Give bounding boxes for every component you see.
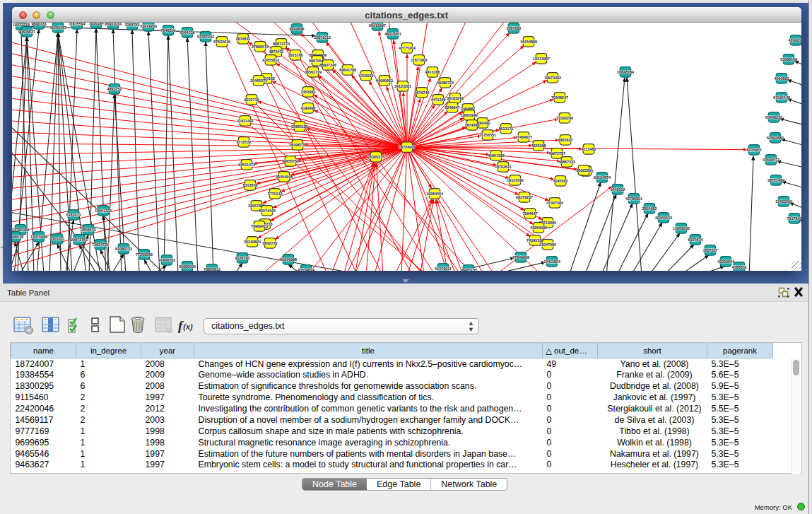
- svg-text:10651333: 10651333: [95, 208, 112, 212]
- svg-text:69379237: 69379237: [516, 194, 533, 199]
- svg-text:3164752: 3164752: [124, 23, 139, 27]
- svg-text:5045562: 5045562: [553, 178, 567, 182]
- svg-text:1640052: 1640052: [610, 187, 625, 191]
- svg-text:7826398: 7826398: [531, 143, 546, 147]
- svg-text:44064090: 44064090: [530, 225, 547, 229]
- svg-text:38346578: 38346578: [12, 234, 23, 238]
- svg-text:8215955: 8215955: [746, 147, 761, 151]
- svg-text:1607337: 1607337: [702, 247, 717, 252]
- svg-text:4190496: 4190496: [300, 105, 315, 110]
- svg-text:5310033: 5310033: [358, 73, 373, 77]
- svg-text:47407482: 47407482: [546, 200, 563, 204]
- svg-text:43699577: 43699577: [763, 157, 779, 161]
- svg-text:9413186: 9413186: [425, 69, 440, 74]
- svg-text:12411824: 12411824: [543, 259, 560, 263]
- svg-text:65648236: 65648236: [765, 115, 782, 119]
- svg-text:8849696: 8849696: [289, 26, 304, 30]
- svg-text:9301031: 9301031: [49, 236, 64, 240]
- svg-text:47468723: 47468723: [158, 257, 175, 262]
- svg-text:27889579: 27889579: [252, 44, 269, 48]
- svg-text:8313678: 8313678: [242, 182, 257, 187]
- svg-text:64990913: 64990913: [376, 78, 393, 82]
- svg-text:95931034: 95931034: [105, 23, 122, 26]
- svg-text:9232719: 9232719: [244, 97, 259, 101]
- svg-text:90916998: 90916998: [280, 257, 297, 261]
- svg-text:70348247: 70348247: [551, 95, 568, 99]
- svg-text:62994680: 62994680: [767, 135, 784, 139]
- svg-text:4586850: 4586850: [731, 264, 746, 269]
- svg-text:2805982: 2805982: [642, 206, 657, 210]
- svg-text:58867533: 58867533: [558, 159, 575, 163]
- svg-text:72624731: 72624731: [92, 242, 109, 246]
- svg-text:64641708: 64641708: [339, 67, 356, 71]
- svg-text:85574443: 85574443: [259, 208, 276, 212]
- svg-text:(x): (x): [183, 322, 193, 332]
- svg-text:15869232: 15869232: [673, 226, 690, 230]
- svg-text:5183473: 5183473: [66, 212, 81, 216]
- svg-text:26916697: 26916697: [369, 23, 386, 27]
- svg-text:0679740: 0679740: [414, 90, 429, 94]
- svg-text:43455812: 43455812: [262, 57, 279, 62]
- svg-text:43534624: 43534624: [298, 267, 314, 271]
- svg-text:05865185: 05865185: [291, 124, 308, 128]
- svg-text:9600133: 9600133: [31, 23, 46, 26]
- svg-text:2870831: 2870831: [235, 36, 250, 40]
- svg-text:35454948: 35454948: [276, 174, 293, 178]
- svg-text:90838637: 90838637: [18, 29, 35, 33]
- svg-text:42786801: 42786801: [625, 196, 642, 200]
- svg-text:8613171: 8613171: [498, 126, 513, 130]
- svg-text:19384554: 19384554: [426, 191, 443, 195]
- svg-text:93534874: 93534874: [594, 175, 611, 179]
- svg-text:27849808: 27849808: [512, 255, 529, 259]
- svg-text:16648784: 16648784: [617, 69, 634, 74]
- svg-text:38721489: 38721489: [767, 177, 784, 182]
- svg-text:11615594: 11615594: [69, 23, 86, 26]
- svg-text:4060883: 4060883: [774, 76, 789, 80]
- svg-text:67632016: 67632016: [213, 39, 230, 43]
- svg-text:71756551: 71756551: [479, 132, 496, 136]
- svg-text:51079911: 51079911: [435, 266, 452, 270]
- svg-text:7648350: 7648350: [160, 28, 175, 32]
- svg-text:53767242: 53767242: [197, 34, 214, 38]
- svg-text:34123281: 34123281: [394, 83, 411, 88]
- svg-text:16117240: 16117240: [507, 177, 524, 182]
- svg-text:21047095: 21047095: [539, 242, 556, 246]
- svg-text:7874296: 7874296: [464, 122, 479, 127]
- svg-text:3623166: 3623166: [288, 52, 302, 57]
- svg-text:16154808: 16154808: [520, 39, 537, 43]
- svg-text:4471349: 4471349: [430, 97, 445, 101]
- svg-text:40265423: 40265423: [49, 25, 66, 29]
- svg-text:61595148: 61595148: [773, 95, 790, 99]
- svg-text:32871012: 32871012: [314, 35, 331, 39]
- svg-text:55698169: 55698169: [780, 57, 797, 61]
- svg-text:45961586: 45961586: [488, 153, 505, 157]
- svg-text:9115460: 9115460: [581, 146, 596, 151]
- svg-text:36183242: 36183242: [447, 95, 464, 100]
- svg-text:6025634: 6025634: [688, 237, 702, 241]
- svg-text:7917693: 7917693: [787, 216, 801, 220]
- svg-text:78820812: 78820812: [204, 267, 220, 271]
- svg-text:6716572: 6716572: [236, 139, 251, 144]
- svg-text:11671902: 11671902: [411, 57, 428, 62]
- svg-text:19065940: 19065940: [461, 112, 478, 117]
- svg-text:53419283: 53419283: [140, 23, 157, 28]
- svg-text:7770143: 7770143: [267, 191, 282, 195]
- svg-text:22782489: 22782489: [12, 227, 29, 231]
- svg-text:1656670: 1656670: [81, 227, 95, 231]
- svg-text:25300275: 25300275: [367, 154, 384, 158]
- svg-text:35240824: 35240824: [244, 239, 261, 243]
- svg-text:74989413: 74989413: [251, 223, 268, 228]
- svg-text:2087682: 2087682: [506, 25, 521, 30]
- svg-text:4873471: 4873471: [269, 49, 283, 53]
- svg-text:86872774: 86872774: [273, 41, 290, 45]
- svg-text:0842710: 0842710: [262, 240, 277, 245]
- svg-text:18724007: 18724007: [399, 145, 416, 149]
- svg-text:81080132: 81080132: [115, 246, 132, 250]
- svg-text:4294019: 4294019: [788, 37, 801, 42]
- svg-text:7594647: 7594647: [522, 211, 537, 215]
- svg-text:27484677: 27484677: [515, 134, 532, 139]
- svg-text:06562729: 06562729: [305, 69, 322, 74]
- svg-text:0564139: 0564139: [180, 30, 194, 34]
- svg-text:10433218: 10433218: [13, 23, 30, 27]
- svg-text:9136193: 9136193: [235, 255, 249, 259]
